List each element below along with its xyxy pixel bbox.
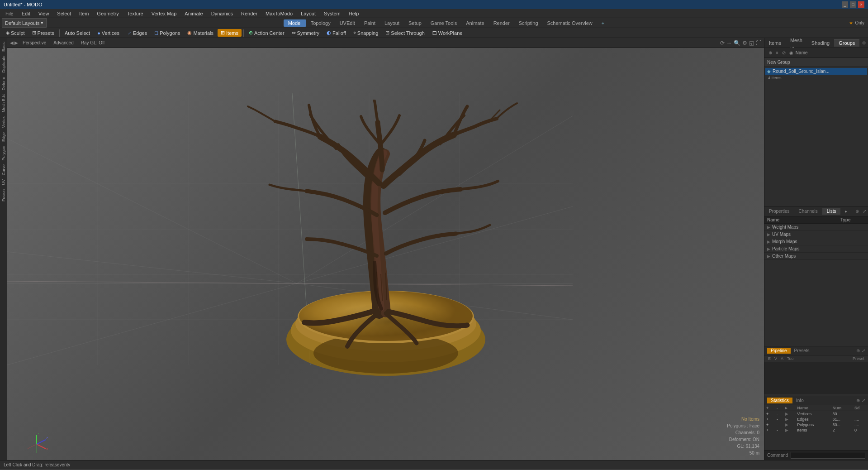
nav-gizmo[interactable]: X Y Z [25,433,48,456]
vertices-btn[interactable]: ● Vertices [94,29,123,37]
tab-model[interactable]: Model [284,19,306,27]
menu-system[interactable]: System [320,10,344,17]
vp-nav-prev[interactable]: ◀ [10,40,14,45]
sidebar-deform[interactable]: Deform [0,75,7,92]
expand-arrow-uv[interactable]: ▶ [767,232,770,237]
vp-icon-rotate[interactable]: ⟳ [720,40,725,46]
list-item-uv[interactable]: ▶UV Maps [764,231,868,238]
sidebar-mesh-edit[interactable]: Mesh Edit [0,92,7,114]
rp-tab-items[interactable]: Items [764,39,786,47]
tab-schematic[interactable]: Schematic Overview [543,19,597,27]
menu-dynamics[interactable]: Dynamics [208,10,237,17]
tab-render[interactable]: Render [489,19,514,27]
props-tab-lists[interactable]: Lists [822,208,841,215]
menu-animate[interactable]: Animate [181,10,206,17]
props-resize-icon[interactable]: ⤢ [861,209,868,214]
pipeline-tab-presets[interactable]: Presets [791,348,813,354]
menu-render[interactable]: Render [237,10,261,17]
expand-arrow-morph[interactable]: ▶ [767,240,770,244]
sidebar-fusion[interactable]: Fusion [0,187,7,203]
vp-icon-expand[interactable]: ⛶ [756,40,761,46]
window-controls[interactable]: _ □ × [842,1,864,8]
maximize-btn[interactable]: □ [850,1,856,8]
rp-tab-groups[interactable]: Groups [834,39,859,47]
tab-paint[interactable]: Paint [360,19,380,27]
menu-texture[interactable]: Texture [123,10,147,17]
tab-setup[interactable]: Setup [404,19,426,27]
workplane-btn[interactable]: ⧠ WorkPlane [429,29,466,37]
sculpt-btn[interactable]: ◈ Sculpt [3,29,28,37]
items-btn[interactable]: ⊞ Items [218,29,242,37]
rp-expand-icon[interactable]: ⊕ [861,39,867,46]
command-input[interactable] [791,452,865,459]
close-btn[interactable]: × [858,1,864,8]
pipeline-expand-icon[interactable]: ⊕ [856,348,860,353]
items-menu-btn[interactable]: ≡ [774,50,780,56]
menu-edit[interactable]: Edit [18,10,34,17]
expand-arrow-weight[interactable]: ▶ [767,225,770,230]
vp-icon-settings[interactable]: ⚙ [742,40,747,46]
tab-game-tools[interactable]: Game Tools [426,19,462,27]
items-filter-btn[interactable]: ⊘ [781,50,787,56]
falloff-btn[interactable]: ◐ Falloff [323,29,349,37]
menu-file[interactable]: File [2,10,17,17]
list-item-particle[interactable]: ▶Particle Maps [764,245,868,253]
sidebar-duplicate[interactable]: Duplicate [0,54,7,75]
action-center-btn[interactable]: ⊕ Action Center [246,29,288,37]
pipeline-tab-pipeline[interactable]: Pipeline [767,348,791,354]
vp-perspective[interactable]: Perspective [20,40,49,46]
menu-vertex-map[interactable]: Vertex Map [148,10,180,17]
list-item-weight[interactable]: ▶Weight Maps [764,224,868,231]
tab-add[interactable]: + [597,19,609,27]
item-row-selected[interactable]: ◆ Round_Soil_Ground_Islan... [765,68,867,75]
stats-tab-statistics[interactable]: Statistics [767,398,792,403]
auto-select-btn[interactable]: Auto Select [62,29,93,37]
list-item-other[interactable]: ▶Other Maps [764,253,868,260]
menu-geometry[interactable]: Geometry [93,10,122,17]
presets-btn[interactable]: ⊞ Presets [29,29,57,37]
props-tab-properties[interactable]: Properties [764,208,794,215]
rp-tab-mesh[interactable]: Mesh ... [786,37,807,49]
vp-advanced[interactable]: Advanced [51,40,76,46]
items-add-btn[interactable]: ⊕ [767,50,773,56]
materials-btn[interactable]: ◉ Materials [184,29,217,37]
symmetry-btn[interactable]: ⇔ Symmetry [289,29,323,37]
menu-view[interactable]: View [35,10,53,17]
tab-topology[interactable]: Topology [306,19,335,27]
sidebar-uv[interactable]: UV [0,177,7,187]
select-through-btn[interactable]: ⊡ Select Through [382,29,427,37]
polygons-btn[interactable]: ◻ Polygons [151,29,183,37]
edges-btn[interactable]: ⟋ Edges [123,29,150,37]
menu-maxtomodo[interactable]: MaxToModo [262,10,296,17]
tab-uvedit[interactable]: UVEdit [335,19,360,27]
vp-nav-next[interactable]: ▶ [14,40,18,45]
viewport-canvas[interactable]: No Items Polygons : Face Channels: 0 Def… [7,48,764,460]
vp-icon-zoom[interactable]: 🔍 [734,40,740,46]
rp-tab-shading[interactable]: Shading [807,39,834,47]
tab-animate[interactable]: Animate [461,19,489,27]
sidebar-basic[interactable]: Basic [0,40,7,53]
pipeline-resize-icon[interactable]: ⤢ [862,348,865,353]
stats-resize-icon[interactable]: ⤢ [862,398,865,403]
stats-expand-icon[interactable]: ⊕ [856,398,860,403]
items-view-btn[interactable]: ◉ [788,50,795,56]
menu-item[interactable]: Item [76,10,92,17]
sidebar-vertex[interactable]: Vertex [0,115,7,130]
expand-arrow-other[interactable]: ▶ [767,254,770,259]
sidebar-edge[interactable]: Edge [0,130,7,144]
expand-arrow-particle[interactable]: ▶ [767,247,770,251]
sidebar-polygon[interactable]: Polygon [0,144,7,163]
props-tab-channels[interactable]: Channels [794,208,822,215]
viewport[interactable]: ◀ ▶ Perspective Advanced Ray GL: Off ⟳ ↔… [7,38,764,460]
vp-icon-frame[interactable]: ◱ [749,40,754,46]
menu-layout[interactable]: Layout [297,10,319,17]
vp-raygl[interactable]: Ray GL: Off [78,40,108,46]
sidebar-curve[interactable]: Curve [0,163,7,177]
snapping-btn[interactable]: ⌖ Snapping [350,29,382,37]
layout-dropdown[interactable]: Default Layouts ▾ [2,18,47,28]
props-expand-icon[interactable]: ⊕ [854,209,861,214]
vp-icon-pan[interactable]: ↔ [726,40,732,46]
menu-select[interactable]: Select [53,10,75,17]
menu-help[interactable]: Help [345,10,363,17]
list-item-morph[interactable]: ▶Morph Maps [764,238,868,245]
